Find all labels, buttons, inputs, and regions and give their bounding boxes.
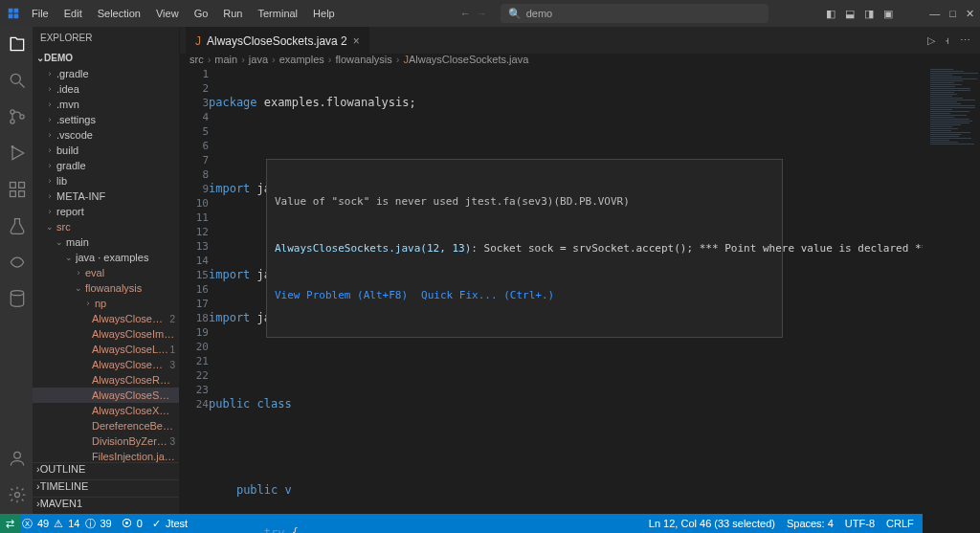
outline-section[interactable]: ›OUTLINE: [33, 462, 179, 479]
minimap[interactable]: [923, 65, 980, 533]
breadcrumb[interactable]: src› main› java› examples› flowanalysis›…: [180, 54, 980, 65]
crumb[interactable]: java: [249, 54, 268, 65]
file-tree[interactable]: ›.gradle›.idea›.mvn›.settings›.vscode›bu…: [33, 66, 179, 462]
activity-bar: [0, 27, 33, 514]
menu-terminal[interactable]: Terminal: [252, 5, 305, 22]
tree-folder[interactable]: ›.settings: [33, 112, 179, 127]
activity-test-icon[interactable]: [6, 214, 29, 237]
svg-point-1: [11, 110, 14, 114]
tree-folder[interactable]: ›.mvn: [33, 97, 179, 112]
nav-forward-icon[interactable]: →: [477, 8, 487, 19]
tab-file[interactable]: J AlwaysCloseSockets.java 2 ×: [186, 27, 369, 54]
explorer-title: Explorer: [33, 27, 179, 49]
main-area: Explorer ⌄ DEMO ›.gradle›.idea›.mvn›.set…: [0, 27, 980, 514]
bottom-sections: ›OUTLINE ›TIMELINE ›MAVEN1: [33, 462, 179, 514]
nav-back-icon[interactable]: ←: [460, 8, 471, 19]
project-root[interactable]: ⌄ DEMO: [33, 49, 179, 66]
check-icon: ✓: [152, 518, 161, 530]
tree-folder[interactable]: ›.vscode: [33, 127, 179, 143]
menu-file[interactable]: File: [25, 5, 56, 22]
tree-file[interactable]: AlwaysCloseImages.java: [33, 326, 179, 342]
tree-file[interactable]: AlwaysCloseRAFs.java: [33, 372, 179, 388]
activity-settings-icon[interactable]: [6, 483, 29, 506]
svg-point-9: [11, 291, 23, 296]
tree-folder[interactable]: ›META-INF: [33, 189, 179, 204]
remote-button[interactable]: ⇄: [0, 514, 20, 533]
status-radio[interactable]: ⦿0: [122, 518, 143, 529]
close-icon[interactable]: ✕: [966, 8, 974, 20]
minimize-icon[interactable]: —: [929, 8, 940, 20]
code-editor[interactable]: 123456789101112131415161718192021222324 …: [180, 65, 980, 533]
tree-folder[interactable]: ⌄java · examples: [33, 250, 179, 265]
tree-file[interactable]: AlwaysCloseNIOChannels.java3: [33, 357, 179, 372]
tree-folder[interactable]: ⌄src: [33, 219, 179, 234]
maximize-icon[interactable]: □: [949, 8, 956, 20]
quick-fix-link[interactable]: Quick Fix... (Ctrl+.): [421, 288, 554, 302]
tree-folder[interactable]: ›eval: [33, 265, 179, 280]
more-icon[interactable]: ⋯: [960, 34, 970, 47]
crumb[interactable]: AlwaysCloseSockets.java: [409, 54, 528, 65]
layout-right-icon[interactable]: ◨: [864, 8, 874, 20]
tree-file[interactable]: AlwaysCloseXMLEncDec.java: [33, 403, 179, 418]
activity-account-icon[interactable]: [6, 447, 29, 470]
activity-jtest-icon[interactable]: [6, 251, 29, 274]
menu-edit[interactable]: Edit: [57, 5, 89, 22]
menu-bar: File Edit Selection View Go Run Terminal…: [25, 5, 342, 22]
timeline-section[interactable]: ›TIMELINE: [33, 479, 179, 497]
tooltip-detail: AlwaysCloseSockets.java(12, 13): Socket …: [275, 241, 774, 255]
info-icon: ⓘ: [85, 517, 96, 531]
activity-search-icon[interactable]: [6, 69, 29, 92]
tree-folder[interactable]: ›.idea: [33, 81, 179, 97]
tree-folder[interactable]: ›gradle: [33, 158, 179, 173]
crumb[interactable]: main: [214, 54, 237, 65]
menu-go[interactable]: Go: [188, 5, 215, 22]
tree-file[interactable]: AlwaysCloseGSS.java2: [33, 311, 179, 326]
activity-extensions-icon[interactable]: [6, 178, 29, 201]
status-errors[interactable]: ⓧ49 ⚠14 ⓘ39: [22, 517, 112, 531]
split-icon[interactable]: ⫞: [945, 34, 950, 47]
run-icon[interactable]: ▷: [927, 34, 935, 47]
menu-selection[interactable]: Selection: [91, 5, 147, 22]
view-problem-link[interactable]: View Problem (Alt+F8): [275, 288, 408, 302]
crumb[interactable]: src: [189, 54, 204, 65]
menu-view[interactable]: View: [149, 5, 186, 22]
activity-db-icon[interactable]: [6, 287, 29, 310]
tree-folder[interactable]: ›.gradle: [33, 66, 179, 81]
error-icon: ⓧ: [22, 517, 33, 531]
activity-scm-icon[interactable]: [6, 105, 29, 128]
tree-folder[interactable]: ›lib: [33, 173, 179, 189]
activity-explorer-icon[interactable]: [6, 33, 29, 56]
broadcast-icon: ⦿: [122, 518, 132, 529]
tree-folder[interactable]: ›np: [33, 296, 179, 311]
layout-left-icon[interactable]: ◧: [826, 8, 835, 20]
editor-actions: ▷ ⫞ ⋯: [927, 34, 980, 47]
svg-point-3: [20, 115, 24, 119]
svg-point-2: [11, 120, 14, 123]
tree-file[interactable]: AlwaysCloseSockets.java: [33, 388, 179, 403]
editor-area: J AlwaysCloseSockets.java 2 × ▷ ⫞ ⋯ src›…: [180, 27, 980, 514]
tab-close-icon[interactable]: ×: [353, 34, 360, 48]
hover-tooltip: Value of "sock" is never used jtest.fa(s…: [266, 159, 783, 338]
svg-point-10: [14, 452, 21, 458]
tree-file[interactable]: FilesInjection.java: [33, 449, 179, 462]
layout-bottom-icon[interactable]: ⬓: [845, 8, 855, 20]
maven-section[interactable]: ›MAVEN1: [33, 497, 179, 514]
tree-file[interactable]: DivisionByZero.java3: [33, 433, 179, 449]
layout-full-icon[interactable]: ▣: [883, 8, 893, 20]
tree-folder[interactable]: ⌄flowanalysis: [33, 280, 179, 296]
code-lines[interactable]: package examples.flowanalysis; import ja…: [209, 65, 923, 533]
command-search[interactable]: 🔍 demo: [501, 4, 768, 23]
svg-rect-7: [11, 191, 16, 197]
tree-file[interactable]: DereferenceBeforeNullCheck.java: [33, 418, 179, 433]
crumb[interactable]: examples: [279, 54, 324, 65]
svg-point-0: [11, 74, 20, 83]
tree-file[interactable]: AlwaysCloseLogging.java1: [33, 342, 179, 357]
crumb[interactable]: flowanalysis: [335, 54, 391, 65]
activity-debug-icon[interactable]: [6, 142, 29, 165]
menu-help[interactable]: Help: [306, 5, 342, 22]
tree-folder[interactable]: ⌄main: [33, 234, 179, 250]
app-logo-icon: [6, 6, 21, 21]
menu-run[interactable]: Run: [216, 5, 249, 22]
tree-folder[interactable]: ›build: [33, 143, 179, 158]
tree-folder[interactable]: ›report: [33, 204, 179, 219]
